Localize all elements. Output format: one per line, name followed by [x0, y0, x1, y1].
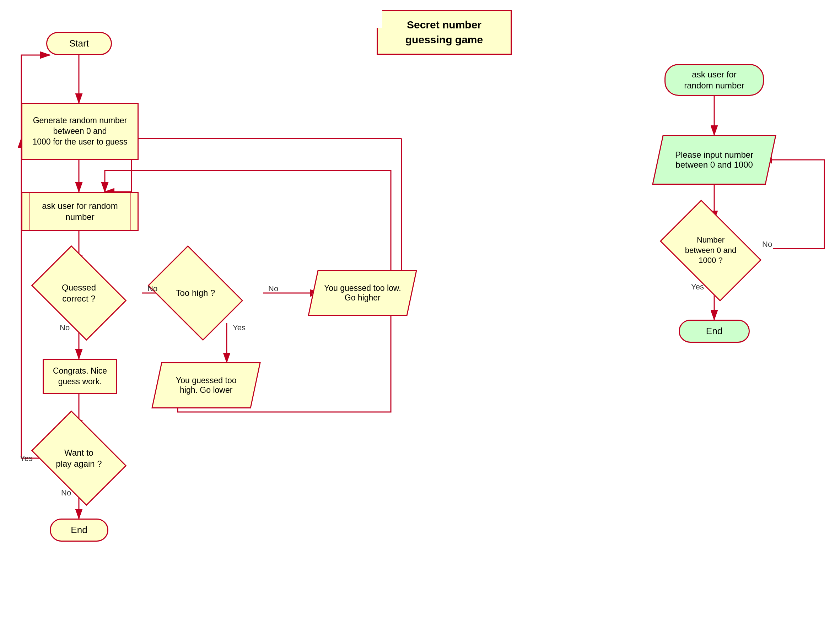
quessed-correct-diamond: Quessed correct ? [40, 265, 118, 322]
start-node: Start [46, 32, 112, 55]
no-label-2: No [268, 284, 278, 293]
yes-label-1: Yes [233, 323, 245, 333]
generate-node: Generate random number between 0 and 100… [21, 103, 139, 160]
congrats-node: Congrats. Nice guess work. [43, 359, 117, 394]
too-low-node: You guessed too low. Go higher [313, 270, 412, 316]
no-label-1: No [147, 284, 157, 293]
end-right-node: End [679, 320, 750, 343]
number-between-diamond: Number between 0 and 1000 ? [664, 220, 757, 281]
yes-label-nb: Yes [691, 282, 704, 291]
yes-label-2: Yes [20, 454, 33, 463]
please-input-node: Please input number between 0 and 1000 [657, 135, 771, 185]
too-high-msg-node: You guessed too high. Go lower [156, 362, 256, 408]
ask-user-node: ask user for random number [21, 192, 139, 231]
no-label-nb: No [762, 240, 772, 249]
ask-random-node: ask user for random number [664, 64, 764, 96]
title-box: Secret number guessing game [377, 10, 512, 55]
no-label-playagain: No [61, 488, 71, 498]
play-again-diamond: Want to play again ? [40, 430, 118, 486]
no-label-3: No [60, 323, 70, 333]
too-high-diamond: Too high ? [156, 265, 234, 322]
end-main-node: End [50, 518, 108, 542]
